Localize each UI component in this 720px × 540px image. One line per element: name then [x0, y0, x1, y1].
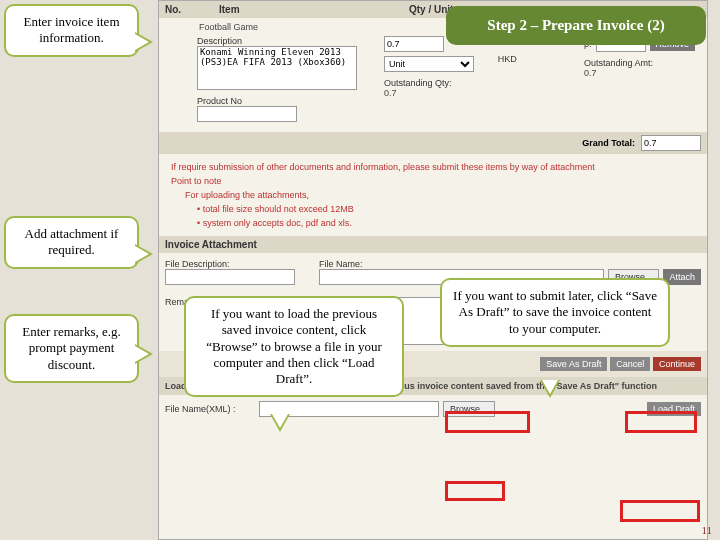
- note-line3: For uploading the attachments,: [165, 188, 701, 202]
- file-desc-label: File Description:: [165, 259, 315, 269]
- note-bullet2: system only accepts doc, pdf and xls.: [203, 218, 352, 228]
- notes-block: If require submission of other documents…: [159, 154, 707, 236]
- step-title-callout: Step 2 – Prepare Invoice (2): [446, 6, 706, 45]
- col-item: Item: [219, 4, 379, 15]
- highlight-continue: [625, 411, 697, 433]
- pointer-load-draft: [270, 414, 290, 432]
- grand-total-value: [641, 135, 701, 151]
- out-amt-value: 0.7: [584, 68, 695, 78]
- highlight-browse: [445, 481, 505, 501]
- continue-button[interactable]: Continue: [653, 357, 701, 371]
- note-line1: If require submission of other documents…: [165, 160, 701, 174]
- description-input[interactable]: [197, 46, 357, 90]
- invoice-form-panel: No. Item Qty / Unit Football Game Descri…: [158, 0, 708, 540]
- note-line2: Point to note: [165, 174, 701, 188]
- callout-save-draft: If you want to submit later, click “Save…: [440, 278, 670, 347]
- productno-input[interactable]: [197, 106, 297, 122]
- desc-label: Description: [197, 36, 380, 46]
- qty-input[interactable]: [384, 36, 444, 52]
- save-as-draft-button[interactable]: Save As Draft: [540, 357, 607, 371]
- out-qty-value: 0.7: [384, 88, 494, 98]
- attach-button[interactable]: Attach: [663, 269, 701, 285]
- note-bullet1: total file size should not exceed 12MB: [203, 204, 354, 214]
- load-filename-label: File Name(XML) :: [165, 404, 255, 414]
- col-no: No.: [165, 4, 189, 15]
- cancel-button[interactable]: Cancel: [610, 357, 650, 371]
- out-amt-label: Outstanding Amt:: [584, 58, 695, 68]
- pointer-remarks: [135, 344, 153, 364]
- highlight-load-draft: [620, 500, 700, 522]
- file-name-label: File Name:: [319, 259, 701, 269]
- pointer-attachment: [135, 244, 153, 264]
- highlight-save-as-draft: [445, 411, 530, 433]
- grand-total-label: Grand Total:: [582, 138, 635, 148]
- out-qty-label: Outstanding Qty:: [384, 78, 494, 88]
- pointer-save-draft: [540, 380, 560, 398]
- pointer-item-info: [135, 32, 153, 52]
- callout-load-draft: If you want to load the previous saved i…: [184, 296, 404, 397]
- grand-total-row: Grand Total:: [159, 132, 707, 154]
- item-name: Football Game: [199, 22, 359, 32]
- unit-select[interactable]: Unit: [384, 56, 474, 72]
- currency-label: HKD: [498, 54, 580, 64]
- callout-attachment: Add attachment if required.: [4, 216, 139, 269]
- file-desc-input[interactable]: [165, 269, 295, 285]
- page-number: 11: [701, 524, 712, 536]
- productno-label: Product No: [197, 96, 380, 106]
- callout-remarks: Enter remarks, e.g. prompt payment disco…: [4, 314, 139, 383]
- callout-item-info: Enter invoice item information.: [4, 4, 139, 57]
- attachment-section-title: Invoice Attachment: [159, 236, 707, 253]
